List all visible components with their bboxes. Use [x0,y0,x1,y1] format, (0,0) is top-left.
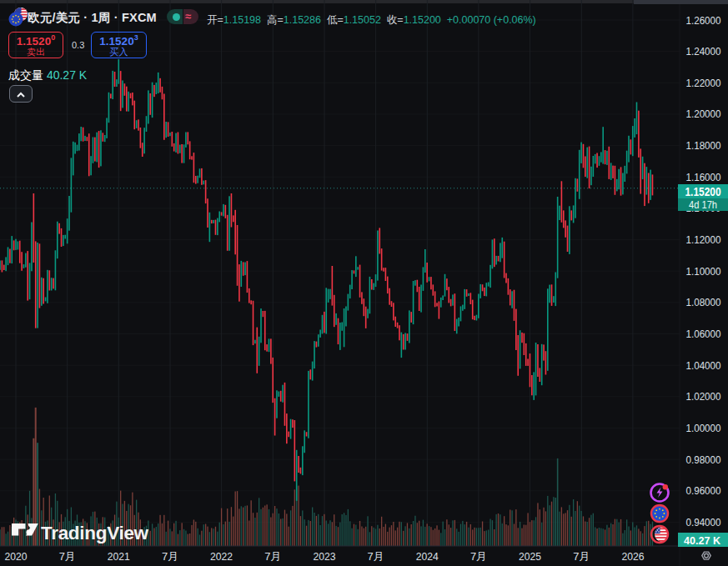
svg-text:TradingView: TradingView [41,523,149,543]
svg-text:1.00000: 1.00000 [686,422,721,434]
svg-text:7月: 7月 [470,550,487,563]
svg-text:2026: 2026 [621,550,644,563]
svg-text:2024: 2024 [416,550,439,563]
svg-text:2023: 2023 [314,550,336,563]
svg-text:1.02000: 1.02000 [686,390,721,403]
svg-text:0.96000: 0.96000 [686,484,721,497]
svg-text:2022: 2022 [210,550,233,563]
svg-text:1.10000: 1.10000 [686,265,721,278]
svg-text:7月: 7月 [59,550,76,563]
svg-text:2020: 2020 [5,550,28,563]
svg-text:1.20000: 1.20000 [686,108,721,120]
svg-text:1.04000: 1.04000 [686,359,721,372]
svg-text:1.26000: 1.26000 [686,14,721,27]
svg-text:7月: 7月 [162,550,178,563]
svg-text:1.18000: 1.18000 [686,139,721,152]
svg-text:1.06000: 1.06000 [686,328,721,340]
svg-text:2021: 2021 [108,550,130,563]
svg-text:2025: 2025 [519,550,541,563]
svg-text:1.08000: 1.08000 [686,296,721,308]
svg-text:1.24000: 1.24000 [686,45,721,58]
svg-text:1.22000: 1.22000 [686,77,721,89]
svg-text:0.94000: 0.94000 [686,516,721,528]
svg-text:1.16000: 1.16000 [686,171,721,183]
svg-text:0.98000: 0.98000 [686,453,721,466]
svg-text:40.27 K: 40.27 K [684,534,720,547]
svg-text:1.12000: 1.12000 [686,233,721,246]
svg-text:1.15200: 1.15200 [685,185,721,198]
svg-text:7月: 7月 [573,550,590,563]
svg-text:7月: 7月 [368,550,384,563]
svg-text:7月: 7月 [264,550,281,563]
svg-text:4d 17h: 4d 17h [689,199,717,211]
